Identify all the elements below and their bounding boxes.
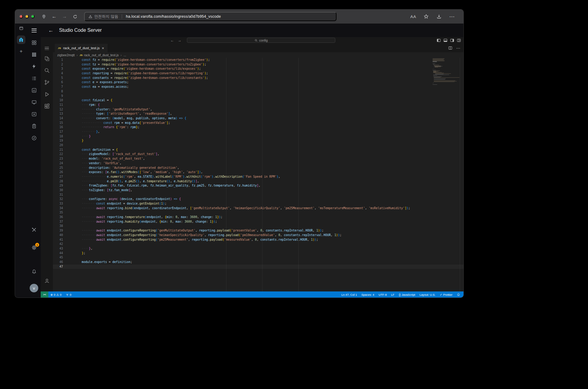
home-assistant-logo[interactable]: [17, 35, 25, 44]
editor-back-button[interactable]: ←: [170, 38, 174, 43]
download-icon[interactable]: [435, 13, 443, 20]
code-line[interactable]: 14········convert: (model, msg, publish,…: [53, 116, 463, 121]
toggle-panel-icon[interactable]: [443, 38, 448, 43]
vertical-scrollbar[interactable]: [460, 58, 463, 291]
ha-back-button[interactable]: ←: [48, 27, 54, 34]
code-line[interactable]: 15············const rpm = msg.data['pres…: [53, 121, 463, 125]
formatter-status[interactable]: ✓ Prettier: [437, 291, 455, 298]
code-line[interactable]: 22····zigbeeModel: ['rack_out_of_dust_te…: [53, 152, 463, 157]
split-editor-icon[interactable]: [448, 46, 452, 50]
code-line[interactable]: 36········await reporting.temperature(en…: [53, 215, 463, 220]
code-line[interactable]: 10const fzLocal = {: [53, 98, 463, 103]
browser-back-button[interactable]: ←: [50, 13, 58, 20]
add-instance-button[interactable]: +: [17, 47, 25, 55]
accounts-icon[interactable]: [43, 278, 50, 284]
code-line[interactable]: 26····exposes: [e.fan().withModes(['low'…: [53, 170, 463, 175]
customize-layout-icon[interactable]: [457, 38, 461, 43]
code-line[interactable]: 16············return {'rpm': rpm};: [53, 125, 463, 130]
code-line[interactable]: 8: [53, 89, 463, 94]
code-line[interactable]: 7const ea = exposes.access;: [53, 85, 463, 89]
zoom-window-button[interactable]: [31, 15, 35, 18]
sidebar-item-hacs[interactable]: [31, 99, 37, 105]
code-line[interactable]: 42: [53, 242, 463, 246]
ports-status[interactable]: 0: [64, 291, 73, 298]
tab-rack-out-of-dust-test[interactable]: JS rack_out_of_dust_test.js ×: [55, 44, 107, 52]
code-line[interactable]: 11····rpm: {: [53, 103, 463, 107]
source-control-icon[interactable]: [43, 79, 50, 85]
code-line[interactable]: 47: [53, 265, 463, 269]
remote-indicator[interactable]: ><: [41, 291, 48, 298]
tabs-icon[interactable]: [17, 24, 25, 32]
close-window-button[interactable]: [19, 15, 23, 18]
code-line[interactable]: 20: [53, 143, 463, 148]
code-editor[interactable]: 1const fz = require('zigbee-herdsman-con…: [53, 58, 463, 291]
sidebar-menu-icon[interactable]: [28, 24, 40, 36]
code-line[interactable]: 45: [53, 255, 463, 260]
code-line[interactable]: 30····toZigbee: [tz.fan_mode],: [53, 188, 463, 193]
code-line[interactable]: 38: [53, 224, 463, 228]
code-line[interactable]: 4const reporting = require('zigbee-herds…: [53, 71, 463, 76]
editor-forward-button[interactable]: →: [178, 38, 181, 43]
code-line[interactable]: 31: [53, 193, 463, 197]
browser-forward-button[interactable]: →: [61, 13, 68, 20]
code-line[interactable]: 35: [53, 210, 463, 215]
cursor-position-status[interactable]: Ln 47, Col 1: [339, 291, 359, 298]
code-line[interactable]: 24····vendor: 'VarOfLa',: [53, 161, 463, 166]
code-line[interactable]: 39········await endpoint.configureReport…: [53, 228, 463, 233]
code-line[interactable]: 46module.exports = definition;: [53, 260, 463, 265]
problems-status[interactable]: ⊗ 0 ⚠ 0: [48, 291, 64, 298]
keyboard-layout-status[interactable]: Layout: U.S.: [417, 291, 437, 298]
code-line[interactable]: 28··············e.pm10(), e.pm25(), e.te…: [53, 179, 463, 184]
code-line[interactable]: 32····configure: async (device, coordina…: [53, 197, 463, 202]
code-line[interactable]: 33········const endpoint = device.getEnd…: [53, 202, 463, 206]
indentation-status[interactable]: Spaces: 4: [359, 291, 376, 298]
user-menu[interactable]: v: [30, 284, 38, 292]
code-line[interactable]: 3const exposes = require('zigbee-herdsma…: [53, 67, 463, 71]
eol-status[interactable]: LF: [389, 291, 396, 298]
code-line[interactable]: 12········cluster: 'genMultistateOutput'…: [53, 107, 463, 112]
browser-more-button[interactable]: ⋯: [448, 13, 456, 20]
code-line[interactable]: 25····description: 'Automatically genera…: [53, 166, 463, 170]
bookmark-star-icon[interactable]: [422, 13, 430, 20]
notifications-button[interactable]: [31, 269, 37, 275]
run-debug-icon[interactable]: [43, 91, 50, 97]
code-line[interactable]: 21const definition = {: [53, 148, 463, 152]
code-line[interactable]: 41········await endpoint.configureReport…: [53, 238, 463, 242]
sidebar-item-discover[interactable]: [31, 135, 37, 141]
code-line[interactable]: 23····model: 'rack_out_of_dust_test',: [53, 157, 463, 161]
encoding-status[interactable]: UTF-8: [376, 291, 389, 298]
code-line[interactable]: 17········},: [53, 130, 463, 134]
address-bar[interactable]: 안전하지 않음 ha.local.varofla.com/hassio/ingr…: [84, 12, 337, 21]
tab-close-icon[interactable]: ×: [102, 46, 104, 50]
code-line[interactable]: 19}: [53, 139, 463, 143]
language-status[interactable]: {} JavaScript: [396, 291, 417, 298]
breadcrumb-file[interactable]: JS rack_out_of_dust_test.js: [80, 53, 119, 57]
location-pin-icon[interactable]: [40, 13, 47, 20]
sidebar-item-logbook[interactable]: [31, 75, 37, 81]
breadcrumb-folder[interactable]: zigbee2mqtt: [57, 53, 75, 57]
code-line[interactable]: 43····},: [53, 246, 463, 251]
extensions-icon[interactable]: [43, 103, 50, 109]
minimize-window-button[interactable]: [25, 15, 29, 18]
code-line[interactable]: 34········await reporting.bind(endpoint,…: [53, 206, 463, 211]
sidebar-item-todo[interactable]: [31, 123, 37, 129]
minimap[interactable]: [433, 58, 460, 86]
sidebar-item-history[interactable]: [31, 87, 37, 93]
code-line[interactable]: 13········type: ['attributeReport', 'rea…: [53, 112, 463, 116]
toggle-secondary-sidebar-icon[interactable]: [450, 38, 454, 43]
search-view-icon[interactable]: [43, 67, 50, 73]
code-line[interactable]: 37········await reporting.humidity(endpo…: [53, 220, 463, 224]
code-line[interactable]: 9: [53, 94, 463, 98]
text-size-button[interactable]: AA: [410, 13, 417, 20]
sidebar-item-developer-tools[interactable]: [31, 227, 37, 233]
sidebar-item-settings[interactable]: 1: [31, 244, 37, 250]
code-line[interactable]: 27··············e.numeric('rpm', ea.STAT…: [53, 175, 463, 179]
explorer-icon[interactable]: [43, 55, 50, 61]
code-line[interactable]: 18····}: [53, 134, 463, 139]
breadcrumb-symbol[interactable]: ...: [124, 53, 126, 57]
code-line[interactable]: 6const e = exposes.presets;: [53, 80, 463, 85]
code-line[interactable]: 2const tz = require('zigbee-herdsman-con…: [53, 62, 463, 67]
notifications-bell-icon[interactable]: [455, 291, 462, 298]
code-line[interactable]: 1const fz = require('zigbee-herdsman-con…: [53, 58, 463, 62]
command-center-search[interactable]: config: [187, 38, 335, 43]
